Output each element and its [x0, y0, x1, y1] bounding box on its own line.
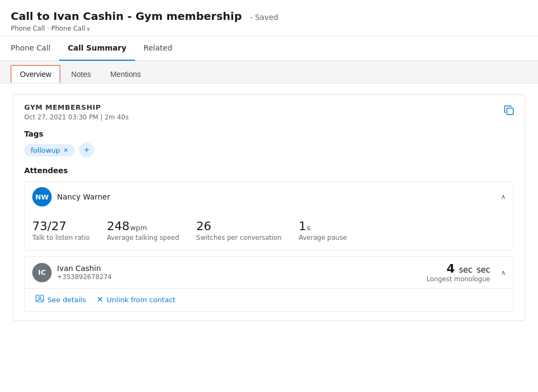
sub-tabs-wrapper: Overview Notes Mentions: [0, 61, 538, 83]
attendee-name-nw: Nancy Warner: [57, 193, 110, 201]
stat-switches: 26 Switches per conversation: [196, 219, 281, 241]
breadcrumb-part1: Phone Call: [11, 25, 45, 32]
svg-rect-0: [507, 108, 513, 115]
see-details-icon: [36, 294, 44, 305]
stat-label-talk-listen: Talk to listen ratio: [32, 234, 90, 241]
stat-unit-s: s: [307, 224, 310, 232]
breadcrumb: Phone Call · Phone Call ∨: [11, 25, 527, 32]
tab-phone-call[interactable]: Phone Call: [11, 36, 59, 61]
svg-point-2: [39, 297, 41, 299]
monologue-unit: sec: [459, 265, 472, 275]
page-header: Call to Ivan Cashin - Gym membership - S…: [0, 0, 538, 36]
tags-label: Tags: [24, 130, 514, 138]
stats-grid-nw: 73/27 Talk to listen ratio 248wpm Averag…: [25, 212, 513, 250]
sub-tab-notes[interactable]: Notes: [62, 65, 100, 83]
attendee-block-ic: IC Ivan Cashin +353892678274 4 sec: [24, 256, 514, 312]
attendee-header-left-nw: NW Nancy Warner: [32, 187, 110, 206]
monologue-label: Longest monologue: [427, 275, 490, 283]
tag-label: followup: [31, 146, 60, 154]
monologue-stat: 4 sec sec Longest monologue: [427, 262, 490, 283]
stat-talk-listen: 73/27 Talk to listen ratio: [32, 219, 90, 241]
call-card-title: GYM MEMBERSHIP: [24, 103, 514, 111]
stat-label-switches: Switches per conversation: [196, 234, 281, 241]
attendee-collapse-ic[interactable]: ∧: [501, 269, 506, 276]
stat-talking-speed: 248wpm Average talking speed: [107, 219, 179, 241]
unlink-contact-link[interactable]: ✕ Unlink from contact: [97, 295, 176, 304]
attendee-header-ic: IC Ivan Cashin +353892678274 4 sec: [25, 256, 513, 288]
see-details-link[interactable]: See details: [36, 294, 86, 305]
stat-value-avg-pause: 1: [299, 219, 306, 233]
content-area: GYM MEMBERSHIP Oct 27, 2021 03:30 PM | 2…: [0, 83, 538, 332]
copy-button[interactable]: [502, 103, 516, 120]
tags-row: followup ✕ +: [24, 142, 514, 158]
attendee-name-ic: Ivan Cashin: [57, 264, 112, 273]
stat-value-talking-speed: 248: [107, 219, 130, 233]
add-tag-button[interactable]: +: [79, 142, 94, 158]
attendee-collapse-nw[interactable]: ∧: [501, 193, 506, 201]
see-details-label: See details: [47, 296, 86, 304]
avatar-ic: IC: [32, 263, 52, 282]
monologue-value: 4: [447, 262, 455, 275]
unlink-label: Unlink from contact: [107, 296, 175, 304]
bottom-actions: See details ✕ Unlink from contact: [25, 288, 513, 311]
call-card-meta: Oct 27, 2021 03:30 PM | 2m 40s: [24, 113, 514, 121]
saved-badge: - Saved: [250, 13, 278, 22]
breadcrumb-separator: ·: [47, 25, 49, 32]
top-tabs: Phone Call Call Summary Related: [0, 36, 538, 61]
stat-unit-wpm: wpm: [130, 224, 147, 232]
stat-avg-pause: 1s Average pause: [299, 219, 346, 241]
tag-remove-icon[interactable]: ✕: [63, 147, 68, 154]
attendee-header-nw: NW Nancy Warner ∧: [25, 182, 513, 212]
attendees-label: Attendees: [24, 166, 514, 175]
attendee-phone-ic: +353892678274: [57, 273, 112, 281]
page-title: Call to Ivan Cashin - Gym membership - S…: [11, 10, 527, 23]
tab-call-summary[interactable]: Call Summary: [59, 36, 135, 61]
attendee-block-nw: NW Nancy Warner ∧ 73/27 Talk to listen r…: [24, 181, 514, 251]
monologue-unit-text: sec: [477, 265, 490, 275]
stat-value-switches: 26: [196, 219, 211, 233]
breadcrumb-chevron-icon: ∨: [87, 26, 90, 32]
breadcrumb-part2: Phone Call: [51, 25, 85, 32]
unlink-icon: ✕: [97, 295, 104, 304]
title-text: Call to Ivan Cashin - Gym membership: [11, 10, 242, 23]
attendee-header-left-ic: IC Ivan Cashin +353892678274: [32, 263, 112, 282]
attendees-section: Attendees NW Nancy Warner ∧ 73/27: [24, 166, 514, 312]
stat-value-talk-listen: 73/27: [32, 219, 66, 233]
tab-related[interactable]: Related: [135, 36, 181, 61]
sub-tab-mentions[interactable]: Mentions: [102, 65, 150, 83]
stat-label-avg-pause: Average pause: [299, 234, 346, 241]
sub-tab-overview[interactable]: Overview: [11, 65, 60, 83]
call-card: GYM MEMBERSHIP Oct 27, 2021 03:30 PM | 2…: [13, 94, 525, 321]
stat-label-talking-speed: Average talking speed: [107, 234, 179, 241]
breadcrumb-dropdown[interactable]: Phone Call ∨: [51, 25, 90, 32]
tag-chip-followup: followup ✕: [24, 144, 75, 156]
avatar-nw: NW: [32, 187, 52, 206]
sub-tabs: Overview Notes Mentions: [11, 65, 527, 83]
